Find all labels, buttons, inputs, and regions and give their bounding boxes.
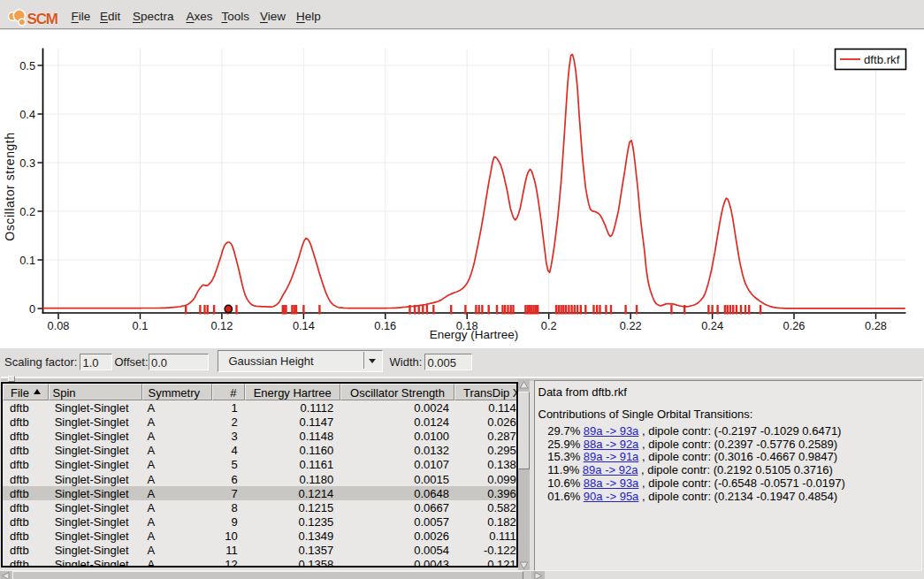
svg-text:0.2: 0.2 bbox=[541, 319, 557, 332]
svg-text:dftb.rkf: dftb.rkf bbox=[864, 53, 900, 66]
svg-text:0.08: 0.08 bbox=[48, 319, 70, 332]
svg-text:0.4: 0.4 bbox=[19, 108, 35, 121]
svg-text:0.14: 0.14 bbox=[293, 319, 315, 332]
svg-text:0.24: 0.24 bbox=[701, 319, 723, 332]
svg-text:0.1: 0.1 bbox=[19, 254, 35, 267]
svg-text:0.3: 0.3 bbox=[19, 156, 35, 170]
svg-text:0.2: 0.2 bbox=[19, 205, 35, 218]
svg-text:0.12: 0.12 bbox=[210, 319, 233, 332]
svg-text:0.22: 0.22 bbox=[620, 319, 642, 332]
svg-text:Energy (Hartree): Energy (Hartree) bbox=[430, 328, 519, 341]
svg-text:0: 0 bbox=[29, 302, 35, 316]
svg-text:Oscillator strength: Oscillator strength bbox=[3, 132, 17, 240]
svg-text:0.1: 0.1 bbox=[133, 319, 149, 332]
svg-text:0.5: 0.5 bbox=[19, 59, 35, 72]
svg-text:0.26: 0.26 bbox=[783, 319, 806, 332]
svg-text:0.28: 0.28 bbox=[865, 319, 887, 332]
svg-text:0.16: 0.16 bbox=[374, 319, 396, 332]
svg-text:SCM: SCM bbox=[27, 11, 58, 27]
